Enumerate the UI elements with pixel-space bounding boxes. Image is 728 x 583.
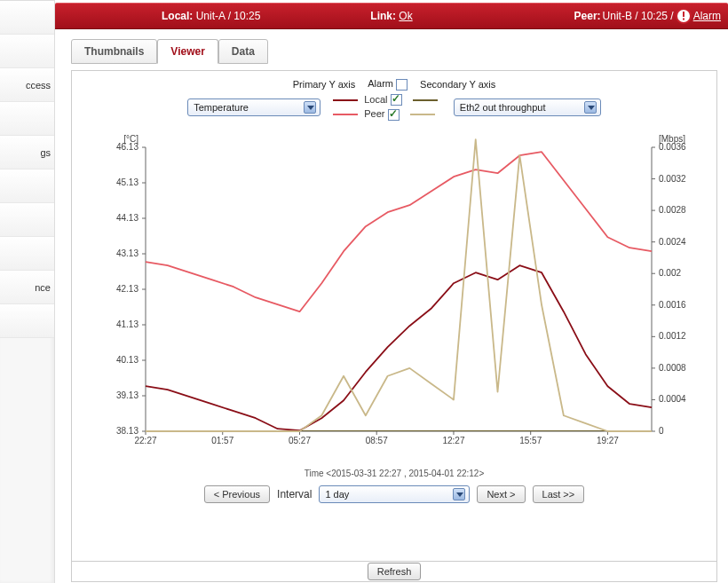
refresh-button[interactable]: Refresh	[368, 563, 422, 580]
eth2-swatch	[410, 114, 435, 115]
legend-row: Primary Y axis Alarm Secondary Y axis	[77, 78, 711, 91]
secondary-select[interactable]: Eth2 out throughput	[454, 98, 601, 116]
previous-button[interactable]: < Previous	[204, 485, 270, 503]
peer-swatch	[333, 114, 358, 115]
main-panel: ThumbnailsViewerData Primary Y axis Alar…	[55, 29, 728, 583]
peer-checkbox-label: Peer	[364, 108, 384, 119]
svg-text:38.13: 38.13	[116, 426, 138, 436]
svg-text:0.0004: 0.0004	[659, 394, 686, 404]
alarm-checkbox[interactable]	[396, 79, 408, 91]
svg-text:19:27: 19:27	[597, 436, 619, 445]
sidebar-item[interactable]	[0, 35, 54, 68]
last-button[interactable]: Last >>	[533, 485, 585, 503]
svg-text:41.13: 41.13	[116, 319, 138, 329]
svg-text:0: 0	[659, 426, 664, 436]
svg-text:0.0012: 0.0012	[659, 331, 686, 341]
sidebar-item[interactable]: ccess	[0, 68, 54, 102]
svg-text:22:27: 22:27	[134, 436, 156, 445]
svg-text:0.0032: 0.0032	[659, 173, 686, 183]
controls-row: Temperature Local Peer	[77, 94, 711, 121]
svg-text:08:57: 08:57	[366, 436, 388, 445]
interval-select[interactable]: 1 day	[319, 485, 470, 503]
interval-label: Interval	[277, 488, 312, 500]
svg-text:43.13: 43.13	[116, 248, 138, 258]
next-button[interactable]: Next >	[477, 485, 525, 503]
chevron-down-icon	[453, 488, 465, 500]
sidebar-item[interactable]: nce	[0, 271, 54, 304]
svg-text:0.0008: 0.0008	[659, 363, 686, 373]
svg-text:01:57: 01:57	[211, 436, 233, 445]
svg-text:0.0028: 0.0028	[659, 205, 686, 215]
svg-rect-1	[683, 12, 684, 17]
sidebar-item[interactable]	[0, 237, 54, 271]
svg-text:40.13: 40.13	[116, 355, 138, 365]
chart: 38.1339.1340.1341.1342.1343.1344.1345.13…	[83, 130, 705, 467]
tabs: ThumbnailsViewerData	[71, 38, 717, 63]
svg-text:0.002: 0.002	[659, 268, 681, 278]
header-local: Local: Unit-A / 10:25	[162, 10, 260, 22]
header-peer: Peer: Unit-B / 10:25 / Alarm	[574, 8, 721, 24]
alarm-swatch	[413, 99, 438, 101]
sidebar-item[interactable]	[0, 304, 54, 338]
sidebar-item[interactable]	[0, 169, 54, 203]
sidebar-item[interactable]	[0, 203, 54, 237]
viewer-panel: Primary Y axis Alarm Secondary Y axis Te…	[71, 70, 717, 565]
svg-text:39.13: 39.13	[116, 390, 138, 400]
sidebar-item[interactable]	[0, 1, 54, 35]
svg-text:0.0024: 0.0024	[659, 236, 686, 246]
svg-text:0.0016: 0.0016	[659, 300, 686, 310]
local-checkbox-label: Local	[364, 94, 387, 105]
sidebar: ccessgsnce	[0, 0, 55, 583]
secondary-axis-label: Secondary Y axis	[420, 79, 495, 90]
alarm-link[interactable]: Alarm	[693, 10, 721, 22]
svg-text:44.13: 44.13	[116, 213, 138, 223]
tab-thumbnails[interactable]: Thumbnails	[71, 39, 157, 64]
x-axis-caption: Time <2015-03-31 22:27 , 2015-04-01 22:1…	[77, 469, 711, 478]
svg-text:[Mbps]: [Mbps]	[659, 134, 685, 144]
header-bar: Local: Unit-A / 10:25 Link: Ok Peer: Uni…	[55, 3, 728, 29]
sidebar-item[interactable]	[0, 102, 54, 136]
alarm-checkbox-label: Alarm	[368, 78, 393, 89]
svg-text:[°C]: [°C]	[123, 134, 138, 144]
local-checkbox[interactable]	[391, 94, 402, 106]
svg-text:42.13: 42.13	[116, 284, 138, 294]
sidebar-item[interactable]: gs	[0, 136, 54, 169]
svg-text:05:27: 05:27	[289, 436, 311, 445]
local-swatch	[333, 99, 358, 101]
chevron-down-icon	[584, 101, 597, 114]
chevron-down-icon	[304, 101, 316, 114]
alarm-icon	[676, 8, 692, 24]
svg-rect-2	[683, 19, 684, 20]
svg-text:12:27: 12:27	[442, 436, 464, 445]
tab-viewer[interactable]: Viewer	[157, 39, 218, 64]
link-status-link[interactable]: Ok	[399, 10, 412, 22]
refresh-panel: Refresh	[71, 561, 717, 582]
time-nav: < Previous Interval 1 day Next > Last >>	[77, 485, 711, 503]
primary-select[interactable]: Temperature	[187, 98, 320, 116]
header-link: Link: Ok	[370, 10, 412, 22]
peer-checkbox[interactable]	[388, 109, 400, 121]
tab-data[interactable]: Data	[218, 39, 268, 64]
svg-text:45.13: 45.13	[116, 177, 138, 187]
primary-axis-label: Primary Y axis	[293, 79, 356, 90]
svg-text:15:57: 15:57	[519, 436, 542, 445]
